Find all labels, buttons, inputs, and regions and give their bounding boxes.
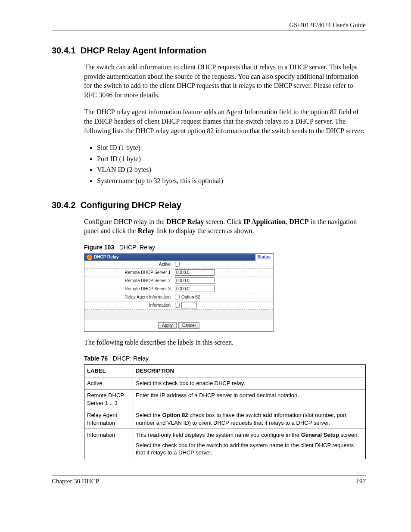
label-information: Information — [84, 302, 175, 308]
cell-label: Relay Agent Information — [84, 409, 133, 429]
cell-label: Information — [84, 429, 133, 459]
bullet-port-id: Port ID (1 byte) — [97, 154, 366, 164]
table-row: Remote DHCP Server 1 .. 3 Enter the IP a… — [84, 389, 366, 409]
sec-num: 30.4.2 — [52, 200, 76, 210]
cell-desc: This read-only field displays the system… — [133, 429, 366, 459]
sec-title: DHCP Relay Agent Information — [81, 46, 206, 55]
apply-button[interactable]: Apply — [158, 322, 177, 329]
sec1-para1: The switch can add information to client… — [84, 62, 366, 100]
screenshot-titlebar: DHCP Relay Status — [84, 254, 273, 261]
cell-label: Remote DHCP Server 1 .. 3 — [84, 389, 133, 409]
cell-desc: Select this check box to enable DHCP rel… — [133, 377, 366, 389]
information-checkbox[interactable] — [175, 303, 180, 308]
table-row: Active Select this check box to enable D… — [84, 377, 366, 389]
sec1-bullets: Slot ID (1 byte) Port ID (1 byte) VLAN I… — [97, 143, 366, 185]
cell-desc: Enter the IP address of a DHCP server in… — [133, 389, 366, 409]
sec2-para1: Configure DHCP relay in the DHCP Relay s… — [84, 217, 366, 236]
header-rule — [52, 31, 366, 31]
figure-caption: Figure 103 DHCP: Relay — [84, 243, 366, 252]
footer-page-number: 197 — [356, 478, 366, 485]
label-server2: Remote DHCP Server 2 — [84, 278, 175, 284]
information-input[interactable] — [181, 302, 197, 308]
table-row: Information This read-only field display… — [84, 429, 366, 459]
label-option82: Option 82 — [181, 294, 200, 300]
label-active: Active — [84, 261, 175, 268]
running-header: GS-4012F/4024 User's Guide — [52, 22, 366, 29]
label-server1: Remote DHCP Server 1 — [84, 270, 175, 276]
screenshot-spacer — [84, 310, 273, 320]
status-link[interactable]: Status — [255, 254, 273, 261]
sec-title: Configuring DHCP Relay — [81, 200, 181, 210]
section-heading-3041: 30.4.1 DHCP Relay Agent Information — [52, 46, 366, 56]
after-screenshot-text: The following table describes the labels… — [84, 338, 366, 347]
bullet-system-name: System name (up to 32 bytes, this is opt… — [97, 176, 366, 186]
label-relay-agent-info: Relay Agent Information — [84, 294, 175, 300]
footer-chapter: Chapter 30 DHCP — [52, 478, 99, 485]
section-heading-3042: 30.4.2 Configuring DHCP Relay — [52, 200, 366, 210]
page-footer: Chapter 30 DHCP 197 — [52, 476, 366, 485]
table-row: Relay Agent Information Select the Optio… — [84, 409, 366, 429]
sec-num: 30.4.1 — [52, 46, 76, 55]
sec1-para2: The DHCP relay agent information feature… — [84, 107, 366, 135]
active-checkbox[interactable] — [175, 262, 180, 267]
server1-input[interactable] — [175, 269, 215, 276]
screenshot-title: DHCP Relay — [94, 254, 119, 260]
cancel-button[interactable]: Cancel — [178, 322, 199, 329]
th-description: DESCRIPTION — [133, 365, 366, 377]
cell-label: Active — [84, 377, 133, 389]
description-table: LABEL DESCRIPTION Active Select this che… — [84, 364, 366, 459]
th-label: LABEL — [84, 365, 133, 377]
label-server3: Remote DHCP Server 3 — [84, 286, 175, 292]
table-caption: Table 76 DHCP: Relay — [84, 355, 366, 363]
titlebar-bullet-icon — [87, 255, 92, 260]
bullet-slot-id: Slot ID (1 byte) — [97, 143, 366, 152]
cell-desc: Select the Option 82 check box to have t… — [133, 409, 366, 429]
option82-checkbox[interactable] — [175, 295, 180, 299]
bullet-vlan-id: VLAN ID (2 bytes) — [97, 165, 366, 174]
dhcp-relay-screenshot: DHCP Relay Status Active Remote DHCP Ser… — [84, 253, 274, 332]
server3-input[interactable] — [175, 286, 215, 292]
server2-input[interactable] — [175, 277, 215, 284]
